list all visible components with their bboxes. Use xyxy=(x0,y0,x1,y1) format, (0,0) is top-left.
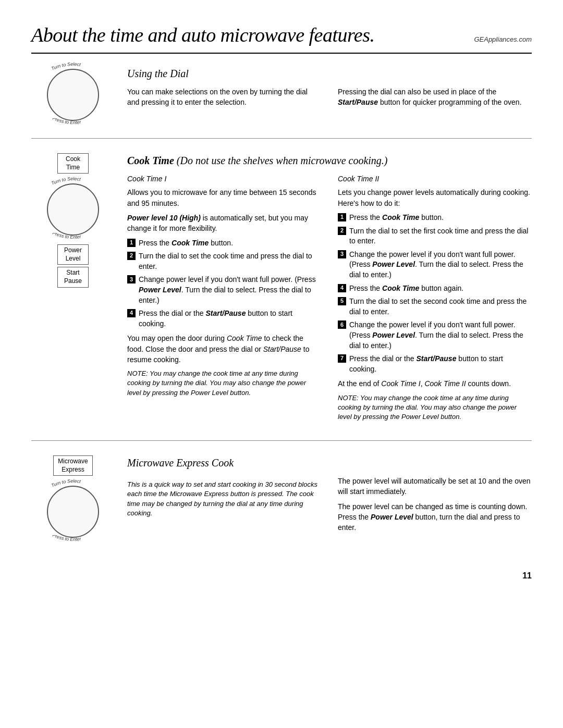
step-text: Change the power level if you don't want… xyxy=(349,320,532,351)
section1-p2: Pressing the dial can also be used in pl… xyxy=(338,87,532,108)
dial-circle-1 xyxy=(47,69,99,121)
dial-circle-3 xyxy=(47,486,99,538)
step-text: Press the Cook Time button. xyxy=(349,213,444,223)
section2-two-col: Cook Time I Allows you to microwave for … xyxy=(127,174,532,426)
microwave-express-button: MicrowaveExpress xyxy=(53,455,92,476)
section3-p1: This is a quick way to set and start coo… xyxy=(127,480,321,518)
cook-time-2-note: NOTE: You may change the cook time at an… xyxy=(338,393,532,422)
cook-time-button: CookTime xyxy=(57,153,89,174)
step-item: 7 Press the dial or the Start/Pause butt… xyxy=(338,354,532,374)
section3-content: Microwave Express Cook This is a quick w… xyxy=(127,455,532,540)
step-badge: 3 xyxy=(127,275,136,283)
page-number: 11 xyxy=(31,570,532,582)
step-text: Press the Cook Time button again. xyxy=(349,283,463,294)
section3-col1: This is a quick way to set and start coo… xyxy=(127,476,321,537)
step-badge: 2 xyxy=(338,227,346,235)
step-badge: 1 xyxy=(127,239,136,247)
cook-time-1-label: Cook Time I xyxy=(127,174,321,184)
step-item: 2 Turn the dial to set the cook time and… xyxy=(127,251,321,272)
step-item: 4 Press the dial or the Start/Pause butt… xyxy=(127,309,321,329)
step-badge: 4 xyxy=(127,309,136,317)
website-url: GEAppliances.com xyxy=(474,35,532,45)
dial-col-3: MicrowaveExpress Turn to Select Press to… xyxy=(31,455,115,540)
buttons-stack: PowerLevel StartPause xyxy=(57,244,89,287)
step-item: 6 Change the power level if you don't wa… xyxy=(338,320,532,351)
cook-time-2-p1: Lets you change power levels automatical… xyxy=(338,187,532,208)
step-text: Turn the dial to set the cook time and p… xyxy=(139,251,321,272)
dial2-bottom-label: Press to Enter xyxy=(50,233,96,242)
step-badge: 1 xyxy=(338,213,346,221)
start-pause-button: StartPause xyxy=(57,267,89,287)
dial-2: Turn to Select Press to Enter xyxy=(44,181,102,238)
section1-col1: You can make selections on the oven by t… xyxy=(127,87,321,112)
cook-time-1-p1: Allows you to microwave for any time bet… xyxy=(127,187,321,208)
section-cook-time: CookTime Turn to Select Press to Enter xyxy=(31,153,532,441)
step-badge: 5 xyxy=(338,297,346,305)
section1-col2: Pressing the dial can also be used in pl… xyxy=(338,87,532,112)
step-text: Turn the dial to set the first cook time… xyxy=(349,226,532,246)
step-badge: 3 xyxy=(338,250,346,258)
step-item: 5 Turn the dial to set the second cook t… xyxy=(338,297,532,317)
section1-content: Using the Dial You can make selections o… xyxy=(127,66,532,124)
cook-time-1-steps: 1 Press the Cook Time button. 2 Turn the… xyxy=(127,238,321,329)
step-text: Change power level if you don't want ful… xyxy=(139,275,321,305)
section3-col2: The power level will automatically be se… xyxy=(338,476,532,537)
svg-text:Press to Enter: Press to Enter xyxy=(52,535,82,542)
section1-p1: You can make selections on the oven by t… xyxy=(127,87,321,108)
cook-time-2-label: Cook Time II xyxy=(338,174,532,184)
section1-title: Using the Dial xyxy=(127,66,532,81)
page-header: About the time and auto microwave featur… xyxy=(31,21,532,54)
dial-bottom-label: Press to Enter xyxy=(50,118,96,128)
section2-title: Cook Time (Do not use the shelves when m… xyxy=(127,153,532,168)
page-title: About the time and auto microwave featur… xyxy=(31,21,375,50)
dial-circle-2 xyxy=(47,183,99,236)
step-item: 3 Change the power level if you don't wa… xyxy=(338,250,532,280)
cook-time-1-note2: NOTE: You may change the cook time at an… xyxy=(127,369,321,398)
step-item: 2 Turn the dial to set the first cook ti… xyxy=(338,226,532,246)
svg-text:Press to Enter: Press to Enter xyxy=(52,118,82,125)
power-level-button: PowerLevel xyxy=(57,244,89,265)
step-item: 1 Press the Cook Time button. xyxy=(127,238,321,249)
section-using-dial: Turn to Select Press to Enter Using the … xyxy=(31,66,532,139)
dial3-bottom-label: Press to Enter xyxy=(50,535,96,545)
section3-p2: The power level will automatically be se… xyxy=(338,476,532,497)
step-text: Press the dial or the Start/Pause button… xyxy=(349,354,532,374)
step-badge: 6 xyxy=(338,320,346,329)
step-badge: 7 xyxy=(338,354,346,363)
cook-time-1-note1: You may open the door during Cook Time t… xyxy=(127,333,321,365)
step-badge: 2 xyxy=(127,252,136,260)
step-item: 1 Press the Cook Time button. xyxy=(338,213,532,223)
dial-3: Turn to Select Press to Enter xyxy=(44,483,102,540)
cook-time-2-end: At the end of Cook Time I, Cook Time II … xyxy=(338,378,532,389)
section1-two-col: You can make selections on the oven by t… xyxy=(127,87,532,112)
cook-time-2-col: Cook Time II Lets you change power level… xyxy=(338,174,532,426)
section3-p3: The power level can be changed as time i… xyxy=(338,501,532,533)
step-text: Change the power level if you don't want… xyxy=(349,250,532,280)
dial-col-2: CookTime Turn to Select Press to Enter xyxy=(31,153,115,426)
dial-1: Turn to Select Press to Enter xyxy=(44,66,102,124)
step-badge: 4 xyxy=(338,284,346,292)
cook-time-2-steps: 1 Press the Cook Time button. 2 Turn the… xyxy=(338,213,532,374)
section-microwave-express: MicrowaveExpress Turn to Select Press to… xyxy=(31,455,532,555)
svg-text:Press to Enter: Press to Enter xyxy=(52,233,82,240)
section3-title: Microwave Express Cook xyxy=(127,455,532,471)
section3-two-col: This is a quick way to set and start coo… xyxy=(127,476,532,537)
step-item: 4 Press the Cook Time button again. xyxy=(338,283,532,294)
dial-col-1: Turn to Select Press to Enter xyxy=(31,66,115,124)
section2-content: Cook Time (Do not use the shelves when m… xyxy=(127,153,532,426)
cook-time-1-col: Cook Time I Allows you to microwave for … xyxy=(127,174,321,426)
step-text: Press the Cook Time button. xyxy=(139,238,233,249)
step-text: Turn the dial to set the second cook tim… xyxy=(349,297,532,317)
cook-time-1-p2: Power level 10 (High) is automatically s… xyxy=(127,213,321,234)
step-text: Press the dial or the Start/Pause button… xyxy=(139,309,321,329)
step-item: 3 Change power level if you don't want f… xyxy=(127,275,321,305)
